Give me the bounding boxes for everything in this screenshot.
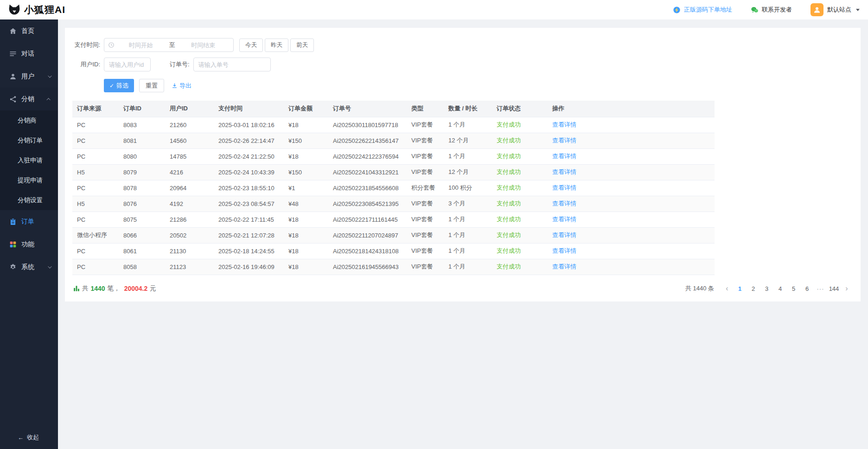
reset-button[interactable]: 重置 (139, 79, 164, 92)
bolt-icon (673, 6, 681, 14)
table-footer: 共 1440 笔， 20004.2 元 共 1440 条 ‹ 123456···… (72, 282, 853, 295)
cell-order-no: Ai202502181424318108 (328, 243, 407, 259)
sidebar-item-users[interactable]: 用户 (0, 65, 58, 88)
orders-summary: 共 1440 笔， 20004.2 元 (73, 284, 156, 293)
export-button[interactable]: 导出 (172, 82, 191, 90)
cell-order-id: 8066 (119, 227, 165, 243)
summary-prefix: 共 (82, 284, 89, 293)
view-detail-link[interactable]: 查看详情 (552, 247, 576, 254)
view-detail-link[interactable]: 查看详情 (552, 121, 576, 128)
time-range-separator: 至 (167, 41, 177, 49)
content-card: 支付时间: 至 今天昨天前天 用户ID: (65, 28, 861, 301)
cell-amount: ¥150 (284, 133, 328, 148)
cell-actions: 查看详情 (548, 196, 715, 212)
sidebar-subitem-distribution-orders[interactable]: 分销订单 (0, 130, 58, 150)
view-detail-link[interactable]: 查看详情 (552, 168, 576, 175)
page-button-4[interactable]: 4 (774, 282, 786, 295)
cell-pay-time: 2025-03-01 18:02:16 (214, 117, 284, 133)
sidebar-item-label: 对话 (21, 50, 34, 58)
view-detail-link[interactable]: 查看详情 (552, 153, 576, 160)
order-no-input[interactable] (193, 58, 271, 71)
sidebar-item-chat[interactable]: 对话 (0, 42, 58, 65)
sidebar-collapse-button[interactable]: ← 收起 (0, 426, 58, 449)
order-status: 支付成功 (492, 180, 548, 196)
page-button-144[interactable]: 144 (828, 282, 840, 295)
cell-type: VIP套餐 (407, 133, 444, 148)
order-no-label: 订单号: (170, 60, 190, 69)
cell-order-no: Ai202503011801597718 (328, 117, 407, 133)
sidebar: 首页对话用户分销分销商分销订单入驻申请提现申请分销设置订单功能系统 ← 收起 (0, 19, 58, 449)
brand-name: 小狐狸AI (24, 3, 65, 16)
cell-type: 积分套餐 (407, 180, 444, 196)
sidebar-item-label: 分销 (21, 95, 34, 103)
view-detail-link[interactable]: 查看详情 (552, 137, 576, 144)
cell-source: H5 (72, 196, 119, 212)
cell-amount: ¥18 (284, 212, 328, 227)
sidebar-item-label: 系统 (21, 263, 34, 271)
page-button-6[interactable]: 6 (801, 282, 813, 295)
time-range-picker[interactable]: 至 (104, 38, 234, 52)
sidebar-subitem-distributors[interactable]: 分销商 (0, 110, 58, 130)
quick-filter-day-before[interactable]: 前天 (290, 38, 314, 52)
quick-filter-yesterday[interactable]: 昨天 (265, 38, 288, 52)
filter-button[interactable]: ✓ 筛选 (104, 79, 134, 92)
user-id-label: 用户ID: (72, 60, 100, 69)
cell-pay-time: 2025-02-18 14:24:55 (214, 243, 284, 259)
time-start-input[interactable] (115, 42, 167, 49)
sidebar-item-home[interactable]: 首页 (0, 19, 58, 42)
sidebar-item-label: 用户 (21, 72, 34, 81)
cell-user-id: 14785 (165, 148, 214, 164)
sidebar-subitem-withdraw-apply[interactable]: 提现申请 (0, 170, 58, 190)
cell-order-id: 8083 (119, 117, 165, 133)
prev-page-button[interactable]: ‹ (721, 282, 733, 295)
view-detail-link[interactable]: 查看详情 (552, 263, 576, 270)
sidebar-item-distribution[interactable]: 分销 (0, 88, 58, 110)
cell-actions: 查看详情 (548, 212, 715, 227)
user-id-input[interactable] (104, 58, 151, 71)
page-button-5[interactable]: 5 (787, 282, 800, 295)
cell-pay-time: 2025-02-24 21:22:50 (214, 148, 284, 164)
view-detail-link[interactable]: 查看详情 (552, 216, 576, 223)
contact-developer-link[interactable]: 联系开发者 (751, 6, 792, 14)
chevron-down-icon (48, 74, 51, 77)
cell-pay-time: 2025-02-16 19:46:09 (214, 259, 284, 275)
next-page-button[interactable]: › (841, 282, 852, 295)
sidebar-item-system[interactable]: 系统 (0, 256, 58, 278)
time-end-input[interactable] (177, 42, 230, 49)
quick-filter-today[interactable]: 今天 (239, 38, 263, 52)
view-detail-link[interactable]: 查看详情 (552, 184, 576, 191)
page-button-1[interactable]: 1 (734, 282, 746, 295)
view-detail-link[interactable]: 查看详情 (552, 200, 576, 207)
table-row: H5807641922025-02-23 08:54:57¥48Ai202502… (72, 196, 715, 212)
summary-count-unit: 笔， (108, 284, 120, 293)
app-window: 小狐狸AI 正版源码下单地址 联系开发者 默认站点 (0, 0, 868, 449)
user-icon (9, 73, 17, 80)
cell-type: VIP套餐 (407, 196, 444, 212)
site-selector[interactable]: 默认站点 (811, 3, 860, 16)
genuine-source-link[interactable]: 正版源码下单地址 (673, 6, 732, 14)
cell-quantity: 1 个月 (444, 117, 492, 133)
order-status: 支付成功 (492, 212, 548, 227)
page-button-2[interactable]: 2 (747, 282, 760, 295)
summary-amount: 20004.2 (124, 285, 148, 292)
sidebar-subitem-join-apply[interactable]: 入驻申请 (0, 150, 58, 170)
order-status: 支付成功 (492, 133, 548, 148)
brand: 小狐狸AI (8, 3, 65, 16)
page-button-3[interactable]: 3 (760, 282, 773, 295)
cell-order-no: Ai202502230854521395 (328, 196, 407, 212)
home-icon (9, 27, 17, 35)
chevron-down-icon (856, 9, 860, 11)
sidebar-menu: 首页对话用户分销分销商分销订单入驻申请提现申请分销设置订单功能系统 (0, 19, 58, 278)
cell-pay-time: 2025-02-21 12:07:28 (214, 227, 284, 243)
quick-date-buttons: 今天昨天前天 (239, 38, 314, 52)
chevron-up-icon (46, 98, 50, 102)
view-detail-link[interactable]: 查看详情 (552, 231, 576, 238)
sidebar-item-features[interactable]: 功能 (0, 233, 58, 256)
cell-user-id: 21130 (165, 243, 214, 259)
sidebar-item-orders[interactable]: 订单 (0, 210, 58, 233)
cell-order-no: Ai202502231854556608 (328, 180, 407, 196)
sidebar-subitem-distribution-settings[interactable]: 分销设置 (0, 190, 58, 210)
page-ellipsis: ··· (814, 282, 827, 295)
cell-actions: 查看详情 (548, 117, 715, 133)
cell-quantity: 3 个月 (444, 196, 492, 212)
